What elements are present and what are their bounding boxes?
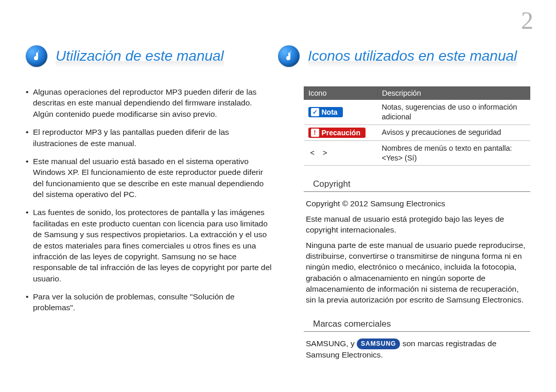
trademarks-body: SAMSUNG, y SAMSUNG son marcas registrada… bbox=[304, 338, 530, 361]
trademarks-title: Marcas comerciales bbox=[304, 319, 530, 332]
warning-icon: ! bbox=[311, 129, 319, 137]
music-note-icon bbox=[278, 45, 300, 67]
icon-cell-precaucion: ! Precaución bbox=[304, 124, 378, 140]
precaucion-badge: ! Precaución bbox=[308, 128, 366, 138]
heading-text: Iconos utilizados en este manual bbox=[308, 48, 517, 64]
copyright-line: Ninguna parte de este manual de usuario … bbox=[306, 240, 528, 306]
nota-label: Nota bbox=[322, 109, 338, 116]
music-note-icon bbox=[26, 45, 47, 67]
table-header-desc: Descripción bbox=[378, 87, 530, 100]
heading-row: Utilización de este manual Iconos utiliz… bbox=[26, 45, 530, 67]
bullet-list: Algunas operaciones del reproductor MP3 … bbox=[26, 86, 273, 313]
copyright-section: Copyright Copyright © 2012 Samsung Elect… bbox=[304, 179, 530, 305]
table-row: < > Nombres de menús o texto en pantalla… bbox=[304, 140, 530, 166]
list-item: El reproductor MP3 y las pantallas puede… bbox=[26, 127, 273, 149]
trademarks-section: Marcas comerciales SAMSUNG, y SAMSUNG so… bbox=[304, 319, 530, 361]
desc-cell: Avisos y precauciones de seguridad bbox=[378, 124, 530, 140]
table-row: ✓ Nota Notas, sugerencias de uso o infor… bbox=[304, 100, 530, 125]
list-item: Para ver la solución de problemas, consu… bbox=[26, 291, 273, 313]
desc-cell: Notas, sugerencias de uso o información … bbox=[378, 100, 530, 125]
left-column: Algunas operaciones del reproductor MP3 … bbox=[26, 86, 273, 360]
copyright-title: Copyright bbox=[304, 179, 530, 192]
copyright-body: Copyright © 2012 Samsung Electronics Est… bbox=[304, 198, 530, 305]
heading-text: Utilización de este manual bbox=[56, 48, 224, 64]
page-number: 2 bbox=[521, 6, 533, 34]
nota-badge: ✓ Nota bbox=[308, 107, 343, 117]
content-columns: Algunas operaciones del reproductor MP3 … bbox=[26, 86, 530, 360]
icon-table: Icono Descripción ✓ Nota Notas, sugerenc… bbox=[304, 86, 530, 166]
right-column: Icono Descripción ✓ Nota Notas, sugerenc… bbox=[304, 86, 530, 360]
manual-page: 2 Utilización de este manual Iconos util… bbox=[0, 0, 556, 392]
table-header-row: Icono Descripción bbox=[304, 87, 530, 100]
list-item: Las fuentes de sonido, los protectores d… bbox=[26, 207, 273, 284]
samsung-logo: SAMSUNG bbox=[357, 338, 400, 349]
list-item: Este manual del usuario está basado en e… bbox=[26, 156, 273, 200]
icon-cell-angle: < > bbox=[304, 140, 378, 166]
icon-cell-nota: ✓ Nota bbox=[304, 100, 378, 125]
copyright-line: Este manual de usuario está protegido ba… bbox=[306, 213, 528, 236]
precaucion-label: Precaución bbox=[322, 129, 360, 136]
copyright-line: Copyright © 2012 Samsung Electronics bbox=[306, 198, 528, 209]
table-header-icon: Icono bbox=[304, 87, 378, 100]
heading-using-manual: Utilización de este manual bbox=[26, 45, 247, 67]
trademarks-prefix: SAMSUNG, y bbox=[306, 339, 357, 348]
list-item: Algunas operaciones del reproductor MP3 … bbox=[26, 86, 273, 119]
check-icon: ✓ bbox=[311, 108, 319, 116]
table-row: ! Precaución Avisos y precauciones de se… bbox=[304, 124, 530, 140]
desc-cell: Nombres de menús o texto en pantalla: <Y… bbox=[378, 140, 530, 166]
heading-icons-used: Iconos utilizados en este manual bbox=[278, 45, 530, 67]
